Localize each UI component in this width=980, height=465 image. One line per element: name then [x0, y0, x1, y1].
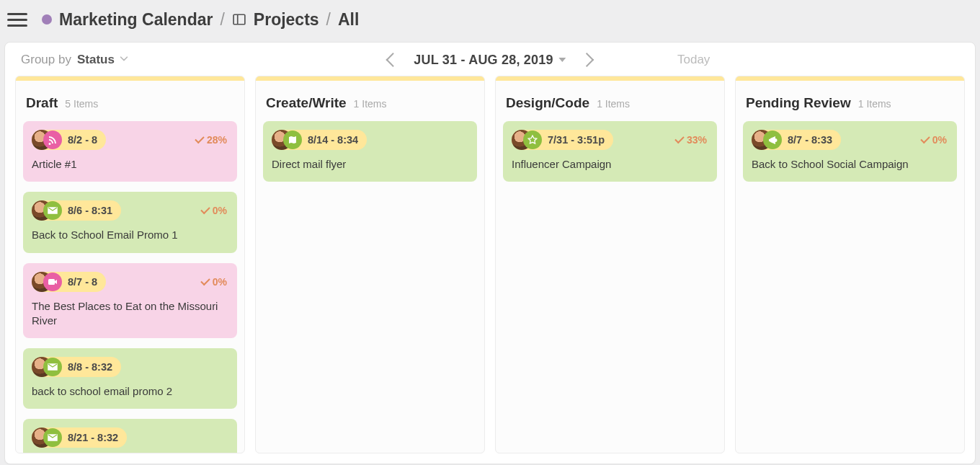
- board-card[interactable]: 8/8 - 8:32back to school email promo 2: [23, 348, 237, 409]
- column-title: Design/Code: [506, 95, 589, 111]
- card-meta-row: 8/21 - 8:32: [32, 428, 227, 448]
- svg-rect-0: [233, 14, 245, 25]
- column-header: Create/Write1 Items: [256, 81, 484, 117]
- card-meta-row: 8/2 - 828%: [32, 130, 227, 150]
- card-meta-row: 8/7 - 80%: [32, 272, 227, 292]
- chevron-down-icon: [119, 53, 129, 67]
- envelope-icon: [43, 201, 62, 220]
- kanban-board: Draft5 Items8/2 - 828%Article #18/6 - 8:…: [5, 76, 975, 464]
- card-date-pill: 8/6 - 8:31: [32, 200, 121, 221]
- card-title: Back to School Social Campaign: [752, 157, 947, 172]
- column-title: Draft: [26, 95, 58, 111]
- breadcrumb-filter[interactable]: All: [338, 10, 359, 30]
- board-column: Draft5 Items8/2 - 828%Article #18/6 - 8:…: [15, 76, 245, 453]
- board-card[interactable]: 8/2 - 828%Article #1: [23, 121, 237, 182]
- caret-down-icon: [559, 58, 566, 62]
- column-count: 1 Items: [858, 98, 891, 110]
- card-title: Back to School Email Promo 1: [32, 228, 227, 242]
- progress-value: 28%: [207, 134, 227, 146]
- breadcrumb: Marketing Calendar / Projects / All: [59, 10, 359, 30]
- card-date-pill: 8/14 - 8:34: [272, 130, 367, 150]
- group-by-value: Status: [77, 53, 115, 67]
- rss-icon: [43, 130, 62, 149]
- breadcrumb-calendar[interactable]: Marketing Calendar: [59, 10, 213, 30]
- card-progress: 0%: [921, 134, 947, 146]
- card-date: 8/14 - 8:34: [308, 134, 358, 146]
- card-title: back to school email promo 2: [32, 384, 227, 399]
- card-date: 8/2 - 8: [68, 134, 97, 146]
- board-card[interactable]: 8/21 - 8:32Back to School email promo 3: [23, 419, 237, 453]
- card-meta-row: 8/6 - 8:310%: [32, 200, 227, 221]
- board-panel: Group by Status JUL 31 - AUG 28, 2019 To…: [4, 42, 976, 464]
- date-range-label: JUL 31 - AUG 28, 2019: [414, 53, 553, 68]
- megaphone-icon: [763, 130, 782, 149]
- column-title: Pending Review: [746, 95, 851, 111]
- column-body[interactable]: 8/7 - 8:330%Back to School Social Campai…: [736, 117, 964, 453]
- card-progress: 28%: [195, 134, 227, 146]
- card-date: 8/21 - 8:32: [68, 432, 118, 443]
- next-range-button[interactable]: [580, 53, 594, 67]
- layout-icon: [232, 12, 246, 27]
- column-header: Pending Review1 Items: [736, 81, 964, 117]
- card-date-pill: 8/21 - 8:32: [32, 428, 127, 448]
- breadcrumb-separator: /: [326, 10, 331, 30]
- envelope-icon: [43, 428, 62, 447]
- column-body[interactable]: 8/14 - 8:34Direct mail flyer: [256, 117, 484, 453]
- board-column: Create/Write1 Items8/14 - 8:34Direct mai…: [255, 76, 485, 453]
- panel-header: Group by Status JUL 31 - AUG 28, 2019 To…: [5, 43, 975, 76]
- card-date: 8/8 - 8:32: [68, 361, 112, 373]
- card-date-pill: 8/2 - 8: [32, 130, 106, 150]
- star-icon: [523, 130, 542, 149]
- column-header: Design/Code1 Items: [496, 81, 724, 117]
- card-meta-row: 8/7 - 8:330%: [752, 130, 947, 150]
- column-count: 1 Items: [354, 98, 387, 110]
- board-column: Pending Review1 Items8/7 - 8:330%Back to…: [735, 76, 965, 453]
- progress-value: 0%: [213, 205, 227, 216]
- date-navigator: JUL 31 - AUG 28, 2019: [388, 53, 592, 68]
- today-button[interactable]: Today: [677, 53, 710, 67]
- video-icon: [43, 273, 62, 291]
- map-icon: [283, 130, 302, 149]
- column-header: Draft5 Items: [16, 81, 244, 117]
- board-card[interactable]: 7/31 - 3:51p33%Influencer Campaign: [503, 121, 717, 182]
- progress-value: 33%: [687, 134, 707, 146]
- progress-value: 0%: [213, 276, 227, 288]
- board-card[interactable]: 8/7 - 8:330%Back to School Social Campai…: [743, 121, 957, 182]
- card-title: Direct mail flyer: [272, 157, 467, 172]
- board-column: Design/Code1 Items7/31 - 3:51p33%Influen…: [495, 76, 725, 453]
- card-date: 7/31 - 3:51p: [548, 134, 605, 146]
- card-meta-row: 7/31 - 3:51p33%: [512, 130, 707, 150]
- calendar-color-dot: [42, 14, 52, 25]
- check-icon: [200, 275, 210, 285]
- breadcrumb-projects[interactable]: Projects: [254, 10, 319, 30]
- card-date: 8/7 - 8: [68, 276, 97, 288]
- card-meta-row: 8/14 - 8:34: [272, 130, 467, 150]
- card-date-pill: 8/7 - 8:33: [752, 130, 841, 150]
- progress-value: 0%: [932, 134, 947, 146]
- prev-range-button[interactable]: [386, 53, 400, 67]
- group-by-dropdown[interactable]: Status: [77, 53, 129, 67]
- date-range-dropdown[interactable]: JUL 31 - AUG 28, 2019: [414, 53, 566, 68]
- check-icon: [200, 205, 210, 214]
- board-card[interactable]: 8/14 - 8:34Direct mail flyer: [263, 121, 477, 182]
- check-icon: [920, 134, 930, 143]
- column-title: Create/Write: [266, 95, 347, 111]
- card-progress: 0%: [201, 205, 227, 216]
- group-by-label: Group by: [21, 53, 71, 67]
- column-body[interactable]: 7/31 - 3:51p33%Influencer Campaign: [496, 117, 724, 453]
- card-progress: 33%: [675, 134, 707, 146]
- column-body[interactable]: 8/2 - 828%Article #18/6 - 8:310%Back to …: [16, 117, 244, 453]
- card-date-pill: 7/31 - 3:51p: [512, 130, 613, 150]
- card-date: 8/6 - 8:31: [68, 205, 112, 216]
- menu-icon[interactable]: [7, 9, 27, 30]
- card-title: The Best Places to Eat on the Missouri R…: [32, 299, 227, 329]
- board-card[interactable]: 8/6 - 8:310%Back to School Email Promo 1: [23, 192, 237, 252]
- card-progress: 0%: [201, 276, 227, 288]
- card-title: Influencer Campaign: [512, 157, 707, 172]
- column-count: 1 Items: [597, 98, 630, 110]
- card-date: 8/7 - 8:33: [788, 134, 832, 146]
- column-count: 5 Items: [65, 98, 98, 110]
- card-meta-row: 8/8 - 8:32: [32, 357, 227, 377]
- board-card[interactable]: 8/7 - 80%The Best Places to Eat on the M…: [23, 263, 237, 339]
- check-icon: [674, 134, 684, 143]
